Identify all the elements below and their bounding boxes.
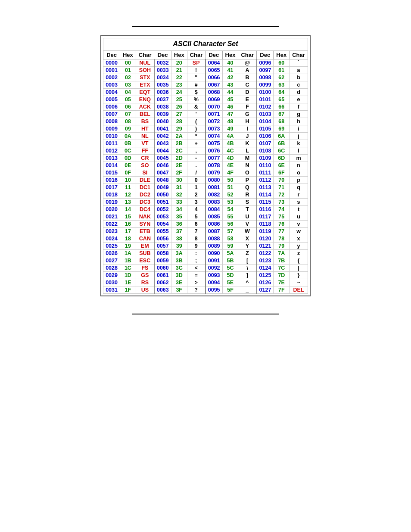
cell-dec-21-3: 0117	[257, 213, 274, 221]
cell-hex-25-0: 19	[120, 243, 136, 250]
cell-char-30-3: ~	[290, 279, 308, 286]
cell-hex-21-0: 15	[120, 213, 136, 221]
cell-char-17-3: q	[290, 184, 308, 191]
cell-dec-10-0: 0010	[103, 133, 120, 140]
cell-dec-23-0: 0023	[103, 228, 120, 235]
table-row: 00140ESO00462E.00784EN01106En	[103, 162, 308, 169]
table-row: 002317ETB0055377008757W011977w	[103, 228, 308, 235]
cell-dec-30-2: 0094	[206, 279, 222, 286]
table-row: 00100ANL00422A*00744AJ01066Aj	[103, 133, 308, 140]
cell-char-5-3: e	[290, 96, 308, 103]
cell-hex-11-1: 2B	[171, 140, 187, 147]
cell-hex-1-1: 21	[171, 67, 187, 74]
cell-dec-7-3: 0103	[257, 111, 274, 118]
cell-dec-23-3: 0119	[257, 228, 274, 235]
cell-char-11-2: K	[238, 140, 257, 147]
cell-hex-17-3: 71	[274, 184, 290, 191]
table-row: 00261ASUB00583A:00905AZ01227Az	[103, 250, 308, 257]
cell-char-26-0: SUB	[136, 250, 154, 257]
cell-hex-27-0: 1B	[120, 257, 136, 264]
cell-char-6-1: &	[187, 103, 206, 111]
cell-char-12-2: L	[238, 147, 257, 155]
cell-char-26-3: z	[290, 250, 308, 257]
cell-dec-1-3: 0097	[257, 67, 274, 74]
cell-dec-18-1: 0050	[154, 191, 171, 199]
table-row: 00120CFF00442C,00764CL01086Cl	[103, 147, 308, 155]
cell-hex-24-0: 18	[120, 235, 136, 243]
cell-dec-12-3: 0108	[257, 147, 274, 155]
cell-char-23-2: W	[238, 228, 257, 235]
cell-char-26-1: :	[187, 250, 206, 257]
cell-char-9-3: i	[290, 125, 308, 133]
cell-hex-2-2: 42	[222, 74, 238, 81]
cell-hex-3-0: 03	[120, 81, 136, 89]
cell-dec-25-3: 0121	[257, 243, 274, 250]
cell-dec-14-1: 0046	[154, 162, 171, 169]
cell-dec-22-1: 0054	[154, 221, 171, 228]
cell-dec-23-2: 0087	[206, 228, 222, 235]
cell-hex-16-3: 70	[274, 177, 290, 184]
cell-hex-30-2: 5E	[222, 279, 238, 286]
cell-char-24-2: X	[238, 235, 257, 243]
table-row: 000909HT004129)007349I010569i	[103, 125, 308, 133]
ascii-table-wrapper: ASCII Character Set Dec Hex Char Dec Hex…	[100, 35, 311, 296]
cell-dec-24-1: 0056	[154, 235, 171, 243]
cell-dec-9-1: 0041	[154, 125, 171, 133]
cell-char-9-0: HT	[136, 125, 154, 133]
cell-dec-13-1: 0045	[154, 155, 171, 162]
cell-dec-26-2: 0090	[206, 250, 222, 257]
cell-char-1-0: SOH	[136, 67, 154, 74]
cell-char-1-3: a	[290, 67, 308, 74]
cell-dec-4-0: 0004	[103, 89, 120, 96]
cell-dec-17-2: 0081	[206, 184, 222, 191]
cell-char-8-0: BS	[136, 118, 154, 125]
cell-hex-21-3: 75	[274, 213, 290, 221]
ascii-table: ASCII Character Set Dec Hex Char Dec Hex…	[103, 38, 308, 294]
cell-hex-0-3: 60	[274, 59, 290, 67]
cell-hex-4-2: 44	[222, 89, 238, 96]
cell-hex-16-2: 50	[222, 177, 238, 184]
cell-char-17-1: 1	[187, 184, 206, 191]
cell-char-17-0: DC1	[136, 184, 154, 191]
cell-char-16-2: P	[238, 177, 257, 184]
cell-hex-11-2: 4B	[222, 140, 238, 147]
cell-hex-28-1: 3C	[171, 264, 187, 272]
cell-hex-5-3: 65	[274, 96, 290, 103]
cell-dec-20-0: 0020	[103, 206, 120, 213]
cell-dec-17-1: 0049	[154, 184, 171, 191]
cell-hex-9-0: 09	[120, 125, 136, 133]
cell-char-25-0: EM	[136, 243, 154, 250]
cell-hex-8-2: 48	[222, 118, 238, 125]
top-divider	[132, 26, 279, 27]
cell-dec-0-1: 0032	[154, 59, 171, 67]
cell-hex-31-3: 7F	[274, 286, 290, 294]
cell-hex-9-1: 29	[171, 125, 187, 133]
cell-dec-11-0: 0011	[103, 140, 120, 147]
cell-char-24-3: x	[290, 235, 308, 243]
cell-hex-1-3: 61	[274, 67, 290, 74]
cell-char-21-3: u	[290, 213, 308, 221]
table-row: 000707BEL003927'007147G010367g	[103, 111, 308, 118]
table-row: 001913DC30051333008353S011573s	[103, 199, 308, 206]
cell-char-28-2: \	[238, 264, 257, 272]
cell-hex-7-3: 67	[274, 111, 290, 118]
cell-hex-7-0: 07	[120, 111, 136, 118]
cell-dec-30-3: 0126	[257, 279, 274, 286]
cell-hex-26-1: 3A	[171, 250, 187, 257]
cell-hex-1-2: 41	[222, 67, 238, 74]
cell-char-6-0: ACK	[136, 103, 154, 111]
cell-dec-11-2: 0075	[206, 140, 222, 147]
cell-char-18-2: R	[238, 191, 257, 199]
cell-char-20-1: 4	[187, 206, 206, 213]
cell-char-17-2: Q	[238, 184, 257, 191]
header-dec1: Dec	[103, 51, 120, 59]
cell-hex-13-3: 6D	[274, 155, 290, 162]
cell-hex-31-2: 5F	[222, 286, 238, 294]
cell-hex-30-0: 1E	[120, 279, 136, 286]
cell-dec-9-0: 0009	[103, 125, 120, 133]
table-row: 00281CFS00603C<00925C\01247C|	[103, 264, 308, 272]
cell-hex-10-0: 0A	[120, 133, 136, 140]
cell-hex-29-1: 3D	[171, 272, 187, 279]
table-row: 00130DCR00452D-00774DM01096Dm	[103, 155, 308, 162]
cell-dec-2-2: 0066	[206, 74, 222, 81]
